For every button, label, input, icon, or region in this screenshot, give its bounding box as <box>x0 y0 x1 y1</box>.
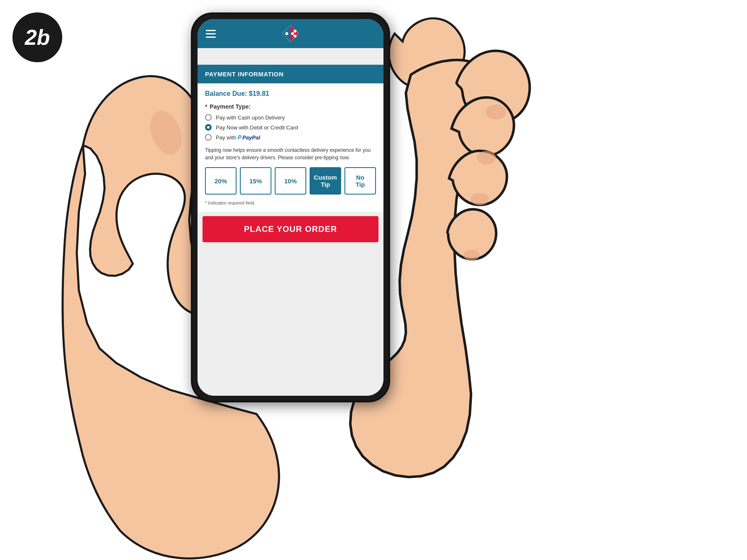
hamburger-line-2 <box>206 33 216 34</box>
hamburger-menu-button[interactable] <box>206 30 216 38</box>
step-badge-label: 2b <box>25 25 50 50</box>
svg-point-3 <box>463 250 480 261</box>
radio-cash[interactable] <box>205 114 212 121</box>
phone-screen: PAYMENT INFORMATION Balance Due: $19.81 … <box>198 19 383 396</box>
svg-point-12 <box>286 32 288 35</box>
radio-paypal[interactable] <box>205 134 212 141</box>
svg-point-11 <box>291 32 294 35</box>
tip-buttons-group: 20% 15% 10% CustomTip NoTip <box>205 167 376 195</box>
hamburger-line-3 <box>206 37 216 38</box>
payment-type-label: * Payment Type: <box>205 103 376 110</box>
phone-device: PAYMENT INFORMATION Balance Due: $19.81 … <box>191 12 390 402</box>
radio-option-card[interactable]: Pay Now with Debit or Credit Card <box>205 124 376 131</box>
required-note: * Indicates required field. <box>205 200 376 205</box>
hamburger-line-1 <box>206 30 216 31</box>
svg-point-1 <box>477 151 496 164</box>
required-star: * <box>205 103 207 110</box>
svg-point-10 <box>294 35 297 38</box>
section-title: PAYMENT INFORMATION <box>205 71 283 78</box>
svg-point-2 <box>471 193 489 205</box>
svg-point-4 <box>144 106 187 159</box>
tip-message: Tipping now helps ensure a smooth contac… <box>205 146 376 161</box>
dominos-logo-svg <box>281 24 300 43</box>
svg-point-0 <box>486 105 506 119</box>
svg-point-9 <box>294 30 297 33</box>
place-order-button[interactable]: PLACE YOUR ORDER <box>203 216 378 242</box>
tip-btn-10[interactable]: 10% <box>275 167 306 195</box>
radio-option-cash[interactable]: Pay with Cash upon Delivery <box>205 114 376 121</box>
radio-cash-label: Pay with Cash upon Delivery <box>216 114 285 121</box>
place-order-section: PLACE YOUR ORDER <box>198 212 383 251</box>
radio-card[interactable] <box>205 124 212 131</box>
tip-btn-20[interactable]: 20% <box>205 167 237 195</box>
balance-due: Balance Due: $19.81 <box>205 90 376 97</box>
payment-section: PAYMENT INFORMATION Balance Due: $19.81 … <box>198 65 383 212</box>
section-header: PAYMENT INFORMATION <box>198 65 383 83</box>
app-header <box>198 19 383 48</box>
dominos-logo <box>281 24 300 43</box>
tip-btn-15[interactable]: 15% <box>240 167 271 195</box>
tip-btn-notip[interactable]: NoTip <box>344 167 376 195</box>
tip-btn-custom[interactable]: CustomTip <box>310 167 341 195</box>
step-badge: 2b <box>12 12 62 62</box>
section-body: Balance Due: $19.81 * Payment Type: Pay … <box>198 83 383 212</box>
radio-card-label: Pay Now with Debit or Credit Card <box>216 124 298 131</box>
radio-option-paypal[interactable]: Pay with P PayPal <box>205 134 376 141</box>
radio-paypal-label: Pay with P PayPal <box>216 134 260 141</box>
app-content: PAYMENT INFORMATION Balance Due: $19.81 … <box>198 48 383 396</box>
